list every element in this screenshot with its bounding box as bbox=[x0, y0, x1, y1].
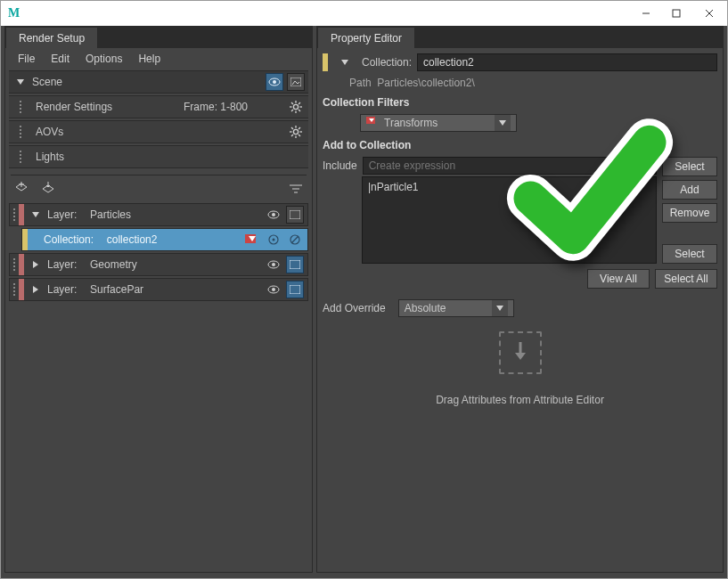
collection-color-strip bbox=[323, 53, 328, 71]
render-settings-row[interactable]: Render Settings Frame: 1-800 bbox=[9, 95, 308, 118]
drop-zone-text: Drag Attributes from Attribute Editor bbox=[323, 394, 717, 406]
svg-point-45 bbox=[272, 263, 275, 266]
scene-row[interactable]: Scene bbox=[9, 70, 308, 94]
frame-range: Frame: 1-800 bbox=[184, 101, 248, 113]
add-button[interactable]: Add bbox=[662, 180, 717, 200]
filter-dropdown[interactable]: Transforms bbox=[360, 114, 517, 132]
svg-line-15 bbox=[291, 110, 293, 111]
add-to-collection-label: Add to Collection bbox=[323, 139, 717, 151]
image-icon[interactable] bbox=[287, 73, 305, 91]
image-icon[interactable] bbox=[286, 256, 304, 273]
svg-rect-50 bbox=[290, 285, 300, 294]
chevron-down-icon bbox=[495, 115, 511, 131]
app-window: M Render Setup File Edit Options Hel bbox=[0, 0, 728, 579]
layer-label: Layer: SurfacePar bbox=[47, 283, 143, 296]
visibility-icon[interactable] bbox=[265, 281, 282, 298]
image-icon[interactable] bbox=[286, 206, 304, 224]
svg-point-17 bbox=[293, 129, 298, 134]
collection-filters-label: Collection Filters bbox=[323, 96, 717, 109]
layer-row-geometry[interactable]: Layer: Geometry bbox=[9, 253, 308, 276]
layer-row-particles[interactable]: Layer: Particles bbox=[9, 203, 308, 226]
collapse-icon[interactable] bbox=[339, 56, 351, 69]
override-dropdown[interactable]: Absolute bbox=[398, 299, 514, 317]
svg-rect-46 bbox=[290, 260, 300, 269]
create-layer-icon[interactable] bbox=[12, 180, 30, 198]
tab-render-setup[interactable]: Render Setup bbox=[5, 27, 98, 48]
add-to-collection-area: Include |nParticle1 Select Add Remove Se… bbox=[323, 157, 717, 264]
svg-line-22 bbox=[291, 127, 293, 129]
include-label: Include bbox=[323, 159, 357, 172]
aovs-label: AOVs bbox=[36, 126, 63, 138]
svg-point-6 bbox=[273, 80, 276, 84]
menu-help[interactable]: Help bbox=[138, 53, 160, 65]
svg-line-14 bbox=[299, 110, 300, 111]
layer-color-strip bbox=[19, 279, 24, 300]
visibility-icon[interactable] bbox=[266, 73, 283, 91]
svg-point-40 bbox=[273, 239, 275, 241]
isolate-icon[interactable] bbox=[265, 231, 282, 249]
menu-bar: File Edit Options Help bbox=[5, 48, 312, 69]
drag-handle[interactable] bbox=[16, 101, 25, 113]
lights-row[interactable]: Lights bbox=[9, 145, 308, 168]
menu-edit[interactable]: Edit bbox=[51, 53, 70, 65]
svg-marker-33 bbox=[32, 212, 39, 217]
drag-handle[interactable] bbox=[16, 151, 25, 163]
left-tab-row: Render Setup bbox=[5, 27, 312, 48]
view-all-button[interactable]: View All bbox=[587, 269, 650, 289]
collapse-icon[interactable] bbox=[14, 76, 27, 88]
collection-color-strip bbox=[22, 229, 28, 250]
svg-marker-55 bbox=[496, 306, 503, 311]
svg-marker-57 bbox=[515, 353, 526, 360]
import-layer-icon[interactable] bbox=[39, 180, 57, 198]
disable-icon[interactable] bbox=[286, 231, 304, 249]
collection-name-input[interactable] bbox=[417, 53, 717, 71]
right-tab-row: Property Editor bbox=[317, 27, 723, 48]
tab-property-editor[interactable]: Property Editor bbox=[317, 27, 415, 48]
image-icon[interactable] bbox=[286, 281, 304, 298]
gear-icon[interactable] bbox=[287, 98, 305, 116]
collection-label: Collection: collection2 bbox=[44, 233, 157, 246]
select-all-button[interactable]: Select All bbox=[655, 269, 717, 289]
minimize-button[interactable] bbox=[631, 3, 661, 24]
layer-row-surfacepar[interactable]: Layer: SurfacePar bbox=[9, 278, 308, 301]
filter-row: Transforms bbox=[323, 114, 717, 132]
maximize-button[interactable] bbox=[661, 3, 691, 24]
include-expression-input[interactable] bbox=[363, 157, 657, 175]
collection-row[interactable]: Collection: collection2 bbox=[21, 228, 308, 251]
visibility-icon[interactable] bbox=[265, 256, 282, 273]
titlebar: M bbox=[1, 1, 727, 26]
remove-button[interactable]: Remove bbox=[662, 203, 717, 223]
app-icon: M bbox=[8, 6, 20, 20]
svg-line-13 bbox=[291, 102, 293, 104]
expand-icon[interactable] bbox=[29, 283, 42, 296]
override-value: Absolute bbox=[405, 302, 446, 314]
add-override-row: Add Override Absolute bbox=[323, 299, 717, 317]
select-button-2[interactable]: Select bbox=[662, 244, 717, 264]
collapse-icon[interactable] bbox=[29, 208, 42, 221]
include-listbox[interactable]: |nParticle1 bbox=[362, 176, 657, 264]
svg-marker-4 bbox=[17, 79, 24, 85]
menu-options[interactable]: Options bbox=[86, 53, 122, 65]
render-setup-panel: Render Setup File Edit Options Help Scen… bbox=[4, 26, 313, 573]
list-action-buttons: View All Select All bbox=[323, 269, 717, 289]
visibility-icon[interactable] bbox=[265, 206, 282, 224]
layer-toolbar bbox=[5, 175, 312, 202]
svg-line-16 bbox=[299, 102, 300, 104]
menu-file[interactable]: File bbox=[18, 53, 35, 65]
lights-label: Lights bbox=[36, 151, 64, 163]
drag-handle[interactable] bbox=[10, 258, 19, 271]
attribute-drop-zone[interactable] bbox=[499, 331, 542, 374]
drag-handle[interactable] bbox=[10, 208, 19, 221]
gear-icon[interactable] bbox=[287, 123, 305, 141]
list-item[interactable]: |nParticle1 bbox=[368, 181, 650, 193]
filter-icon[interactable] bbox=[287, 180, 305, 198]
drag-handle[interactable] bbox=[10, 283, 19, 296]
layer-label: Layer: Particles bbox=[47, 208, 131, 221]
close-button[interactable] bbox=[691, 3, 727, 24]
select-button[interactable]: Select bbox=[662, 157, 717, 176]
aovs-row[interactable]: AOVs bbox=[9, 120, 308, 143]
property-editor-panel: Property Editor Collection: Path Particl… bbox=[316, 26, 724, 573]
drag-handle[interactable] bbox=[16, 126, 25, 138]
expand-icon[interactable] bbox=[29, 258, 42, 271]
svg-rect-1 bbox=[673, 10, 680, 17]
